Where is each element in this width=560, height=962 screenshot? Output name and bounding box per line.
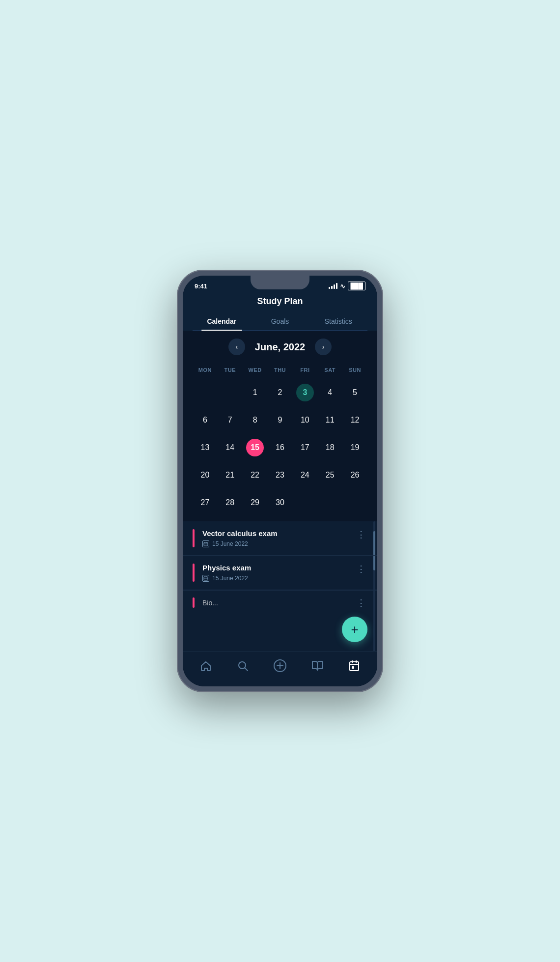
day-headers: MON TUE WED THU FRI SAT SUN [193, 365, 367, 375]
day-header-wed: WED [243, 365, 268, 375]
calendar-small-icon [202, 540, 209, 547]
day-cell-9[interactable]: 9 [268, 406, 293, 434]
tab-calendar[interactable]: Calendar [193, 312, 251, 330]
add-icon [273, 659, 287, 675]
event-accent-bar [193, 564, 195, 582]
day-cell-1[interactable]: 1 [243, 379, 268, 406]
day-cell-empty [317, 489, 342, 516]
event-more-button-2[interactable]: ⋮ [355, 564, 367, 574]
day-cell-4[interactable]: 4 [317, 379, 342, 406]
day-cell-15[interactable]: 15 [243, 434, 268, 461]
days-grid: 1 2 3 4 5 6 7 8 9 10 11 12 13 14 15 [193, 379, 367, 516]
day-cell-25[interactable]: 25 [317, 461, 342, 489]
calendar-icon [348, 660, 360, 674]
time-display: 9:41 [195, 283, 207, 290]
calendar-small-icon-2 [202, 575, 209, 582]
phone-frame: 9:41 ∿ ███ Study Plan Calendar Goals Sta… [177, 270, 383, 692]
day-header-mon: MON [193, 365, 218, 375]
day-cell-27[interactable]: 27 [193, 489, 218, 516]
plus-icon: + [351, 623, 358, 636]
month-navigation: ‹ June, 2022 › [193, 339, 367, 355]
day-header-thu: THU [268, 365, 293, 375]
tab-goals[interactable]: Goals [251, 312, 309, 330]
event-content-1: Vector calculus exam 15 June 2022 [202, 529, 355, 547]
calendar-section: ‹ June, 2022 › MON TUE WED THU FRI SAT S… [183, 331, 377, 521]
day-header-fri: FRI [292, 365, 317, 375]
search-icon [237, 660, 249, 674]
day-header-sun: SUN [342, 365, 367, 375]
calendar-grid: MON TUE WED THU FRI SAT SUN 1 2 3 4 5 [193, 365, 367, 516]
nav-library[interactable] [306, 656, 329, 678]
day-cell-24[interactable]: 24 [292, 461, 317, 489]
phone-screen: 9:41 ∿ ███ Study Plan Calendar Goals Sta… [183, 276, 377, 686]
battery-icon: ███ [348, 282, 365, 290]
day-cell-13[interactable]: 13 [193, 434, 218, 461]
event-title-1: Vector calculus exam [202, 529, 355, 538]
bottom-navigation [183, 651, 377, 686]
event-more-button-1[interactable]: ⋮ [355, 529, 367, 540]
day-cell-5[interactable]: 5 [342, 379, 367, 406]
day-cell-20[interactable]: 20 [193, 461, 218, 489]
day-cell-22[interactable]: 22 [243, 461, 268, 489]
day-cell-empty [292, 489, 317, 516]
day-cell-19[interactable]: 19 [342, 434, 367, 461]
signal-icon [329, 283, 337, 289]
event-title-2: Physics exam [202, 564, 355, 572]
prev-month-button[interactable]: ‹ [228, 339, 245, 355]
nav-add[interactable] [267, 655, 293, 679]
tab-statistics[interactable]: Statistics [309, 312, 367, 330]
day-header-tue: TUE [218, 365, 243, 375]
svg-rect-13 [350, 662, 359, 671]
event-date-text-1: 15 June 2022 [212, 540, 248, 547]
add-event-fab[interactable]: + [342, 617, 367, 642]
event-item-1: Vector calculus exam 15 June 2022 [183, 521, 377, 556]
day-cell-21[interactable]: 21 [218, 461, 243, 489]
day-cell-17[interactable]: 17 [292, 434, 317, 461]
day-cell-30[interactable]: 30 [268, 489, 293, 516]
day-cell-empty [342, 489, 367, 516]
event-date-text-2: 15 June 2022 [212, 575, 248, 582]
day-cell-7[interactable]: 7 [218, 406, 243, 434]
home-icon [200, 660, 212, 674]
event-item-2: Physics exam 15 June 2022 [183, 556, 377, 590]
page-title: Study Plan [193, 296, 367, 312]
event-item-3-partial: Bio... ⋮ [183, 590, 377, 615]
event-title-partial: Bio... [202, 599, 218, 607]
day-cell-3[interactable]: 3 [292, 379, 317, 406]
day-cell-11[interactable]: 11 [317, 406, 342, 434]
status-icons: ∿ ███ [329, 282, 365, 290]
event-more-button-3[interactable]: ⋮ [355, 597, 367, 608]
day-cell-empty [193, 379, 218, 406]
day-cell-12[interactable]: 12 [342, 406, 367, 434]
day-cell-10[interactable]: 10 [292, 406, 317, 434]
nav-home[interactable] [194, 656, 218, 678]
next-month-button[interactable]: › [315, 339, 332, 355]
event-accent-bar [193, 529, 195, 547]
day-cell-23[interactable]: 23 [268, 461, 293, 489]
svg-rect-4 [204, 577, 208, 580]
day-cell-16[interactable]: 16 [268, 434, 293, 461]
header: Study Plan Calendar Goals Statistics [183, 292, 377, 331]
day-cell-2[interactable]: 2 [268, 379, 293, 406]
event-date-2: 15 June 2022 [202, 575, 355, 582]
day-cell-14[interactable]: 14 [218, 434, 243, 461]
event-content-2: Physics exam 15 June 2022 [202, 564, 355, 582]
svg-rect-17 [352, 667, 354, 668]
month-year-display: June, 2022 [255, 341, 305, 353]
nav-calendar[interactable] [342, 656, 366, 678]
wifi-icon: ∿ [340, 283, 345, 290]
day-cell-6[interactable]: 6 [193, 406, 218, 434]
notch [251, 276, 309, 289]
day-cell-29[interactable]: 29 [243, 489, 268, 516]
day-cell-18[interactable]: 18 [317, 434, 342, 461]
day-header-sat: SAT [317, 365, 342, 375]
book-icon [311, 660, 323, 674]
day-cell-28[interactable]: 28 [218, 489, 243, 516]
svg-line-9 [245, 668, 248, 671]
nav-search[interactable] [231, 656, 254, 678]
tab-bar: Calendar Goals Statistics [193, 312, 367, 331]
event-date-1: 15 June 2022 [202, 540, 355, 547]
day-cell-8[interactable]: 8 [243, 406, 268, 434]
day-cell-26[interactable]: 26 [342, 461, 367, 489]
day-cell-empty [218, 379, 243, 406]
